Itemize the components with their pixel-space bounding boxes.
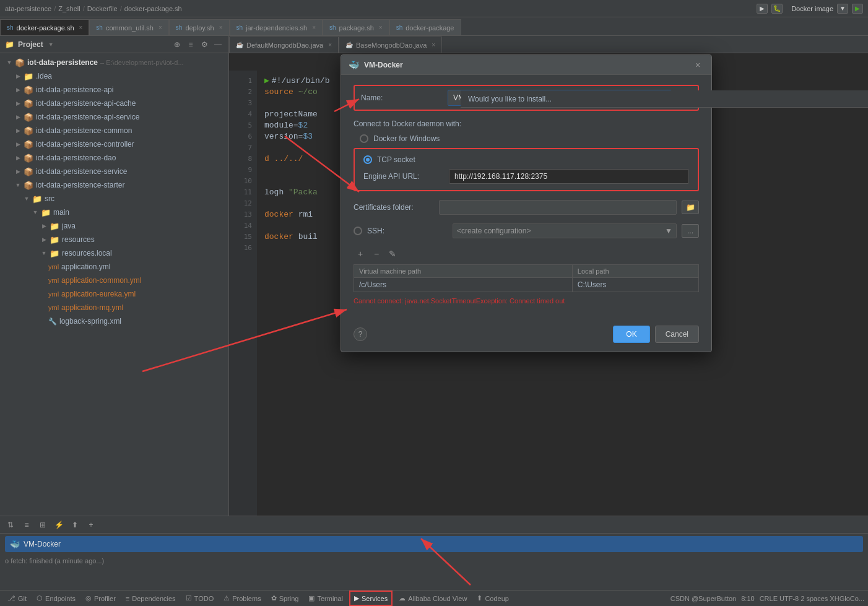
sidebar-item-java[interactable]: ▶ 📁 java [0,219,228,233]
radio-ssh[interactable] [354,227,362,235]
sidebar-item-dao[interactable]: ▶ 📦 iot-data-persistence-dao [0,151,228,165]
status-alibaba[interactable]: ☁ Alibaba Cloud View [395,591,471,606]
tab-package[interactable]: sh package.sh × [323,19,389,35]
status-todo[interactable]: ☑ TODO [182,591,218,606]
sidebar-item-app-yml[interactable]: yml application.yml [0,260,228,274]
docker-windows-option[interactable]: Docker for Windows [354,134,699,143]
sidebar-header: 📁 Project ▼ ⊕ ≡ ⚙ — [0,36,228,53]
status-spring[interactable]: ✿ Spring [267,591,303,606]
engine-api-input[interactable] [449,169,689,184]
sidebar-tool-btn-1[interactable]: ⊕ [171,39,183,50]
item-label: iot-data-persistence-api [36,85,113,94]
sidebar-tool-btn-2[interactable]: ≡ [185,39,196,50]
status-terminal[interactable]: ▣ Terminal [305,591,347,606]
java-icon: ☕ [236,41,243,48]
radio-tcp-socket[interactable] [363,155,372,164]
path-segment: Dockerfile [87,5,118,12]
tab-label: docker-package.sh [17,24,74,32]
sidebar-item-resources[interactable]: ▶ 📁 resources [0,233,228,246]
play-green-button[interactable]: ▶ [852,4,863,14]
docker-image-label: Docker image [791,5,833,12]
item-label: java [62,222,76,230]
sidebar-item-root[interactable]: ▼ 📦 iot-data-persistence – E:\developmen… [0,56,228,69]
connect-label: Connect to Docker daemon with: [354,119,699,128]
bottom-panel-header: ⇅ ≡ ⊞ ⚡ ⬆ + [0,516,868,534]
close-icon[interactable]: × [432,41,435,48]
certs-folder-input[interactable] [439,200,677,215]
service-item-vm-docker[interactable]: 🐳 VM-Docker [5,536,863,552]
sidebar-title-arrow[interactable]: ▼ [48,41,54,48]
table-row[interactable]: /c/Users C:\Users [354,278,699,292]
sidebar-item-common[interactable]: ▶ 📦 iot-data-persistence-common [0,124,228,137]
close-icon[interactable]: × [158,24,162,31]
ok-button[interactable]: OK [613,326,649,343]
local-path-header: Local path [572,265,698,278]
tab-docker-package[interactable]: sh docker-package.sh × [0,19,89,35]
sidebar-item-app-common-yml[interactable]: yml application-common.yml [0,274,228,287]
alibaba-label: Alibaba Cloud View [408,595,467,602]
status-endpoints[interactable]: ⬡ Endpoints [33,591,79,606]
sidebar-item-controller[interactable]: ▶ 📦 iot-data-persistence-controller [0,137,228,151]
dependencies-label: Dependencies [132,595,175,602]
sidebar-item-service[interactable]: ▶ 📦 iot-data-persistence-service [0,165,228,178]
help-button[interactable]: ? [354,327,367,341]
sidebar-item-app-eureka-yml[interactable]: yml application-eureka.yml [0,287,228,301]
encoding-label: CRLE UTF-8 2 spaces XHGloCo... [760,595,864,602]
close-icon[interactable]: × [312,24,316,31]
close-icon[interactable]: × [379,24,383,31]
tab-jar-dependencies[interactable]: sh jar-dependencies.sh × [230,19,323,35]
sidebar-item-app-mq-yml[interactable]: yml application-mq.yml [0,301,228,314]
close-icon[interactable]: × [328,41,332,48]
edit-path-button[interactable]: ✎ [386,247,399,261]
tab-defaultmongodao[interactable]: ☕ DefaultMongodbDao.java × [229,37,339,53]
add-path-button[interactable]: + [354,247,367,261]
module-icon: 📦 [24,154,33,163]
sidebar-item-src[interactable]: ▼ 📁 src [0,192,228,206]
status-services[interactable]: ▶ Services [349,591,393,606]
tab-docker-package2[interactable]: sh docker-package [389,19,461,35]
tab-deploy[interactable]: sh deploy.sh × [169,19,230,35]
sidebar-item-starter[interactable]: ▼ 📦 iot-data-persistence-starter [0,178,228,192]
sidebar-minimize-btn[interactable]: — [212,39,224,50]
codeup-label: Codeup [485,595,509,602]
certs-browse-button[interactable]: 📁 [682,201,699,214]
sidebar-item-api-service[interactable]: ▶ 📦 iot-data-persistence-api-service [0,110,228,124]
run-config-button[interactable]: ▼ [837,4,848,14]
panel-tool-filter[interactable]: ⚡ [53,519,64,530]
panel-tool-grid[interactable]: ⊞ [37,519,48,530]
panel-tool-sort[interactable]: ⇅ [5,519,16,530]
panel-tool-list[interactable]: ≡ [21,519,32,530]
ssh-more-button[interactable]: ... [682,224,699,238]
sidebar-item-logback-xml[interactable]: 🔧 logback-spring.xml [0,314,228,328]
status-dependencies[interactable]: ≡ Dependencies [122,591,180,606]
close-icon[interactable]: × [79,24,83,31]
debug-button[interactable]: 🐛 [771,4,783,14]
cancel-button[interactable]: Cancel [655,326,699,343]
sidebar-item-main[interactable]: ▼ 📁 main [0,206,228,219]
panel-tool-add[interactable]: + [85,519,97,530]
close-icon[interactable]: × [219,24,223,31]
run-button[interactable]: ▶ [757,4,768,14]
vm-path-header: Virtual machine path [354,265,573,278]
status-codeup[interactable]: ⬆ Codeup [473,591,513,606]
remove-path-button[interactable]: − [370,247,383,261]
item-label: resources.local [62,249,112,258]
dialog-title-bar: 🐳 VM-Docker × [341,55,711,75]
tcp-radio-row[interactable]: TCP socket [363,155,689,164]
status-git[interactable]: ⎇ Git [4,591,30,606]
tab-basemongodao[interactable]: ☕ BaseMongodbDao.java × [339,37,442,53]
dialog-close-button[interactable]: × [692,59,704,71]
tab-common-util[interactable]: sh common_util.sh × [89,19,168,35]
status-profiler[interactable]: ◎ Profiler [82,591,119,606]
sidebar-item-api[interactable]: ▶ 📦 iot-data-persistence-api [0,83,228,97]
ssh-config-select[interactable]: <create configuration> ▼ [453,223,677,238]
sidebar-item-api-cache[interactable]: ▶ 📦 iot-data-persistence-api-cache [0,97,228,110]
radio-docker-windows[interactable] [360,134,368,143]
panel-tool-deploy[interactable]: ⬆ [69,519,80,530]
sidebar-tool-btn-3[interactable]: ⚙ [199,39,210,50]
tree-expand-icon: ▼ [5,58,14,67]
sidebar-item-resources-local[interactable]: ▼ 📁 resources.local [0,246,228,260]
sidebar-item-idea[interactable]: ▶ 📁 .idea [0,69,228,83]
status-problems[interactable]: ⚠ Problems [220,591,264,606]
breadcrumb: ata-persistence / Z_shell / Dockerfile /… [5,5,182,12]
